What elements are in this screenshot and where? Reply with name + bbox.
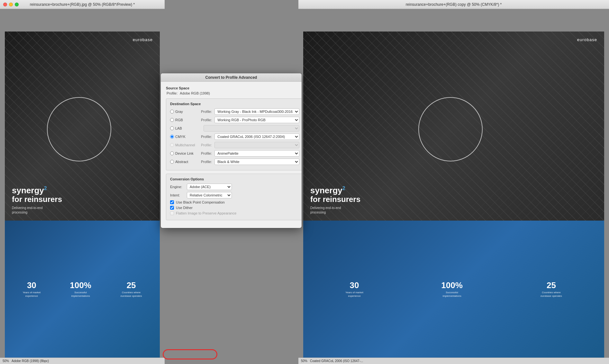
flatten-checkbox[interactable] [170,211,174,215]
minimize-button-left[interactable] [9,3,13,6]
stat-item-0-right: 30 Years of marketexperience [345,280,363,298]
left-titlebar: reinsurance+brochure+(RGB).jpg @ 50% (RG… [0,0,165,9]
dialog-titlebar: Convert to Profile Advanced [161,73,302,82]
abstract-profile-label: Profile: [201,160,212,164]
lab-profile-select [204,125,299,132]
rgb-label: RGB [175,118,198,122]
brochure-top-right: eurobase synergy2 for reinsurers Deliver… [303,32,604,221]
engine-label: Engine: [170,185,186,189]
device-link-row: Device Link Profile: AnimePalette [170,150,299,157]
stat-number-1-right: 100% [441,280,463,290]
synergy-headline-right: synergy2 [310,186,360,195]
abstract-radio[interactable] [170,160,174,164]
stat-label-0-left: Years of marketexperience [23,291,41,298]
dither-checkbox[interactable] [170,206,174,210]
gray-row: Gray Profile: Working Gray - Black Ink -… [170,108,299,115]
dest-space-title: Destination Space [170,102,299,106]
gray-label: Gray [175,110,198,114]
device-link-label: Device Link [175,151,198,155]
conv-options-title: Conversion Options [170,177,299,181]
engine-select[interactable]: Adobe (ACE) [187,184,232,190]
left-status-bar: 50% Adobe RGB (1998) (8bpc) [0,358,165,364]
device-link-profile-select[interactable]: AnimePalette [214,150,299,157]
brochure-bottom-left: 30 Years of marketexperience 100% Succes… [5,221,160,358]
left-profile-status: Adobe RGB (1998) (8bpc) [12,359,49,363]
rgb-radio[interactable] [170,118,174,122]
stat-item-0-left: 30 Years of marketexperience [23,280,41,298]
window-controls-left[interactable] [3,3,19,6]
stat-number-2-right: 25 [541,280,562,290]
multichannel-label: Multichannel [175,143,198,147]
right-status-bar: 50% Coated GRACoL 2006 (ISO 12647-... [298,358,609,364]
gray-radio[interactable] [170,110,174,114]
dither-row: Use Dither [170,206,299,210]
conversion-options-section: Conversion Options Engine: Adobe (ACE) I… [166,174,302,220]
convert-profile-dialog: Convert to Profile Advanced Source Space… [161,73,302,228]
stat-item-1-left: 100% Successfulimplementations [70,280,91,298]
dialog-body: Source Space Profile: Adobe RGB (1998) D… [161,82,302,228]
stat-label-2-right: Countries whereeurobase operates [541,291,562,298]
stat-number-1-left: 100% [70,280,91,290]
delivering-right: Delivering end-to-end processing [310,206,360,215]
cmyk-profile-select[interactable]: Coated GRACoL 2006 (ISO 12647-2:2004) [214,133,299,140]
multichannel-radio[interactable] [170,143,174,147]
gray-profile-select[interactable]: Working Gray - Black Ink - MPDullcoat300… [214,108,299,115]
cmyk-row: CMYK Profile: Coated GRACoL 2006 (ISO 12… [170,133,299,140]
stat-label-2-left: Countries whereeurobase operates [121,291,142,298]
flatten-label: Flatten Image to Preserve Appearance [176,211,236,215]
stat-label-0-right: Years of marketexperience [345,291,363,298]
brochure-top-left: eurobase synergy2 for reinsurers Deliver… [5,32,160,221]
black-point-label: Use Black Point Compensation [176,200,225,204]
for-reinsurers-right: for reinsurers [310,195,360,204]
stat-item-2-right: 25 Countries whereeurobase operates [541,280,562,298]
lab-row: LAB [170,125,299,132]
source-profile-label: Profile: [167,91,177,95]
right-zoom: 50% [301,359,307,363]
maximize-button-left[interactable] [15,3,19,6]
abstract-profile-select[interactable]: Black & White [214,159,299,165]
device-link-profile-label: Profile: [201,151,212,155]
for-reinsurers-left: for reinsurers [12,195,62,204]
abstract-label: Abstract [175,160,198,164]
cmyk-label: CMYK [175,135,198,139]
intent-label: Intent: [170,193,186,197]
left-brochure: eurobase synergy2 for reinsurers Deliver… [5,32,160,358]
abstract-row: Abstract Profile: Black & White [170,159,299,165]
right-canvas-area: eurobase synergy2 for reinsurers Deliver… [298,9,609,364]
stat-label-1-left: Successfulimplementations [70,291,91,298]
right-brochure: eurobase synergy2 for reinsurers Deliver… [303,32,604,358]
brochure-text-right: synergy2 for reinsurers Delivering end-t… [310,186,360,215]
brochure-circle-right [418,97,483,161]
black-point-checkbox[interactable] [170,200,174,204]
stat-item-1-right: 100% Successfulimplementations [441,280,463,298]
source-profile-value: Adobe RGB (1998) [180,91,210,95]
engine-row: Engine: Adobe (ACE) [170,184,299,190]
cmyk-profile-label: Profile: [201,135,212,139]
close-button-left[interactable] [3,3,7,6]
intent-select[interactable]: Relative Colorimetric [187,192,232,198]
right-window-title: reinsurance+brochure+(RGB) copy @ 50% (C… [406,2,502,7]
brochure-circle-left [47,97,111,161]
stat-label-1-right: Successfulimplementations [441,291,463,298]
stat-number-0-right: 30 [345,280,363,290]
flatten-row: Flatten Image to Preserve Appearance [170,211,299,215]
dialog-left-content: Source Space Profile: Adobe RGB (1998) D… [166,86,302,223]
dialog-title: Convert to Profile Advanced [205,75,257,80]
cmyk-radio[interactable] [170,135,174,139]
rgb-profile-select[interactable]: Working RGB - ProPhoto RGB [214,117,299,123]
intent-row: Intent: Relative Colorimetric [170,192,299,198]
left-zoom: 50% [3,359,9,363]
gray-profile-label: Profile: [201,110,212,114]
rgb-profile-label: Profile: [201,118,212,122]
device-link-radio[interactable] [170,151,174,155]
stat-item-2-left: 25 Countries whereeurobase operates [121,280,142,298]
brochure-bottom-right: 30 Years of marketexperience 100% Succes… [303,221,604,358]
left-canvas-area: eurobase synergy2 for reinsurers Deliver… [0,9,165,364]
lab-radio[interactable] [170,126,174,130]
source-profile-row: Profile: Adobe RGB (1998) [166,91,302,95]
delivering-left: Delivering end-to-end processing [12,206,62,215]
destination-space-section: Destination Space Gray Profile: Working … [166,98,302,170]
multichannel-row: Multichannel Profile: [170,142,299,148]
source-space-title: Source Space [166,86,302,90]
stat-number-2-left: 25 [121,280,142,290]
